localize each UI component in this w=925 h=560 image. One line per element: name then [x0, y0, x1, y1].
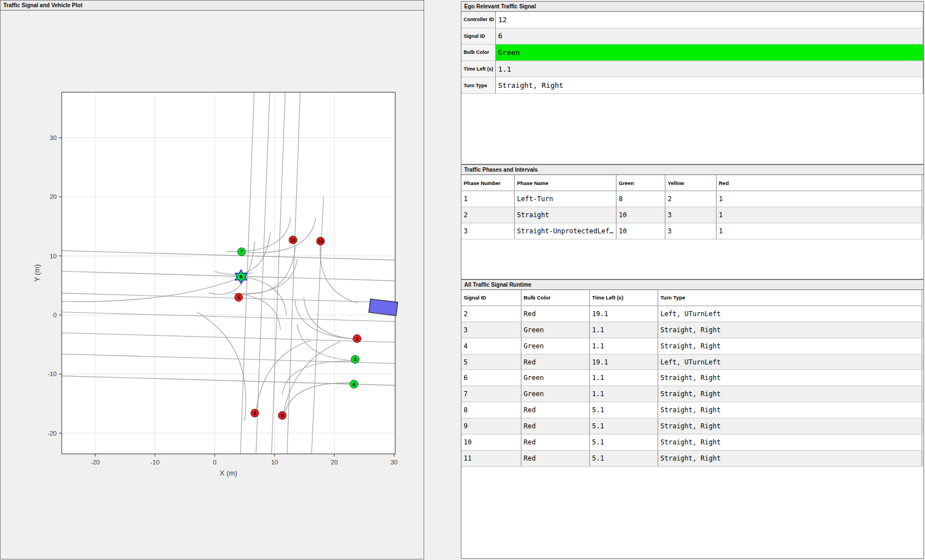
signal-id-label: 10: [318, 238, 324, 244]
table-cell[interactable]: Straight, Right: [658, 434, 922, 451]
table-row[interactable]: 6Green1.1Straight, Right: [461, 370, 923, 386]
y-tick-label: 0: [53, 312, 57, 318]
table-cell[interactable]: Straight, Right: [658, 338, 922, 354]
table-cell[interactable]: 2: [461, 306, 521, 322]
table-cell[interactable]: 4: [461, 338, 521, 354]
table-row[interactable]: Time Left (s)1.1: [461, 61, 923, 78]
table-cell[interactable]: Green: [521, 322, 590, 338]
traffic-plot: -20-100102030-20-100102030X (m)Y (m)7651…: [1, 1, 425, 559]
signal-id-label: 4: [352, 382, 355, 387]
table-cell[interactable]: Straight, Right: [658, 386, 922, 402]
table-header-row: Phase NumberPhase NameGreenYellowRed: [461, 175, 923, 191]
row-value[interactable]: Straight, Right: [496, 77, 923, 94]
table-row[interactable]: 2Red19.1Left, UTurnLeft: [461, 306, 923, 322]
table-cell[interactable]: 1: [717, 207, 922, 223]
table-cell[interactable]: Red: [521, 306, 590, 322]
phases-table: Phase NumberPhase NameGreenYellowRed1Lef…: [461, 175, 923, 239]
table-row[interactable]: 7Green1.1Straight, Right: [461, 386, 923, 402]
table-cell[interactable]: Straight: [515, 207, 616, 223]
table-cell[interactable]: Left, UTurnLeft: [658, 354, 922, 371]
table-cell[interactable]: 5.1: [590, 434, 658, 451]
signal-id-label: 2: [356, 336, 359, 342]
table-cell[interactable]: 10: [616, 223, 665, 239]
table-cell[interactable]: 8: [616, 191, 665, 207]
column-header: Yellow: [665, 175, 717, 191]
table-cell[interactable]: 10: [461, 434, 521, 451]
table-row[interactable]: Controller ID12: [461, 12, 923, 28]
table-cell[interactable]: 2: [665, 191, 717, 207]
ego-vehicle: [369, 299, 397, 316]
table-cell[interactable]: 19.1: [590, 306, 658, 322]
table-cell[interactable]: Red: [521, 354, 590, 371]
row-value[interactable]: 6: [496, 28, 923, 45]
table-cell[interactable]: 1.1: [590, 338, 658, 354]
table-cell[interactable]: 1: [461, 191, 515, 207]
table-cell[interactable]: Straight, Right: [658, 322, 922, 338]
table-cell[interactable]: 8: [461, 402, 521, 418]
signal-id-label: 3: [354, 357, 356, 362]
table-cell[interactable]: Red: [521, 418, 590, 434]
row-value[interactable]: 1.1: [496, 61, 923, 78]
runtime-table: Signal IDBulb ColorTime Left (s)Turn Typ…: [461, 290, 923, 467]
table-row[interactable]: 5Red19.1Left, UTurnLeft: [461, 354, 923, 371]
column-header: Signal ID: [461, 290, 521, 306]
table-cell[interactable]: 5: [461, 354, 521, 371]
table-cell[interactable]: Straight-UnprotectedLef…: [515, 223, 616, 239]
table-cell[interactable]: Red: [521, 451, 590, 467]
table-cell[interactable]: Left-Turn: [515, 191, 616, 207]
table-cell[interactable]: 19.1: [590, 354, 658, 371]
table-cell[interactable]: Green: [521, 338, 590, 354]
table-cell[interactable]: Straight, Right: [658, 370, 922, 386]
table-cell[interactable]: Straight, Right: [658, 418, 922, 434]
table-row[interactable]: 2Straight1031: [461, 207, 923, 223]
app-window: { "left_panel": { "title": "Traffic Sign…: [0, 0, 925, 560]
table-cell[interactable]: Green: [521, 386, 590, 402]
table-cell[interactable]: 1: [717, 191, 922, 207]
signal-marker-10: 10: [316, 237, 325, 246]
table-cell[interactable]: 3: [665, 207, 717, 223]
table-row[interactable]: 4Green1.1Straight, Right: [461, 338, 923, 354]
x-tick-label: 30: [390, 459, 397, 466]
table-cell[interactable]: 7: [461, 386, 521, 402]
table-cell[interactable]: 5.1: [590, 402, 658, 418]
signal-id-label: 6: [240, 274, 242, 279]
table-cell[interactable]: Red: [521, 402, 590, 418]
table-cell[interactable]: 1.1: [590, 322, 658, 338]
row-value[interactable]: Green: [496, 44, 923, 61]
row-label: Signal ID: [461, 28, 496, 45]
table-cell[interactable]: Left, UTurnLeft: [658, 306, 922, 322]
signal-marker-2: 2: [353, 334, 361, 343]
table-row[interactable]: Turn TypeStraight, Right: [461, 77, 923, 94]
table-cell[interactable]: 1.1: [590, 386, 658, 402]
table-cell[interactable]: Green: [521, 370, 590, 386]
table-cell[interactable]: 2: [461, 207, 515, 223]
table-cell[interactable]: 3: [461, 223, 515, 239]
table-cell[interactable]: Straight, Right: [658, 451, 922, 467]
column-header: Phase Number: [461, 175, 515, 191]
table-row[interactable]: 3Green1.1Straight, Right: [461, 322, 923, 338]
table-cell[interactable]: 3: [461, 322, 521, 338]
table-cell[interactable]: 11: [461, 451, 521, 467]
table-cell[interactable]: 3: [665, 223, 717, 239]
table-row[interactable]: 11Red5.1Straight, Right: [461, 451, 923, 467]
x-axis-label: X (m): [220, 469, 237, 477]
table-cell[interactable]: 9: [461, 418, 521, 434]
table-cell[interactable]: 5.1: [590, 451, 658, 467]
table-cell[interactable]: Red: [521, 434, 590, 451]
table-cell[interactable]: 10: [616, 207, 665, 223]
table-row[interactable]: 8Red5.1Straight, Right: [461, 402, 923, 418]
table-cell[interactable]: Straight, Right: [658, 402, 922, 418]
table-row[interactable]: Signal ID6: [461, 28, 923, 45]
plot-area: [62, 92, 395, 454]
column-header: Phase Name: [515, 175, 616, 191]
table-row[interactable]: 9Red5.1Straight, Right: [461, 418, 923, 434]
table-cell[interactable]: 1.1: [590, 370, 658, 386]
table-row[interactable]: 1Left-Turn821: [461, 191, 923, 207]
table-cell[interactable]: 6: [461, 370, 521, 386]
table-cell[interactable]: 5.1: [590, 418, 658, 434]
row-value[interactable]: 12: [496, 12, 923, 28]
table-row[interactable]: Bulb ColorGreen: [461, 44, 923, 61]
table-cell[interactable]: 1: [717, 223, 922, 239]
table-row[interactable]: 3Straight-UnprotectedLef…1031: [461, 223, 923, 239]
table-row[interactable]: 10Red5.1Straight, Right: [461, 434, 923, 451]
